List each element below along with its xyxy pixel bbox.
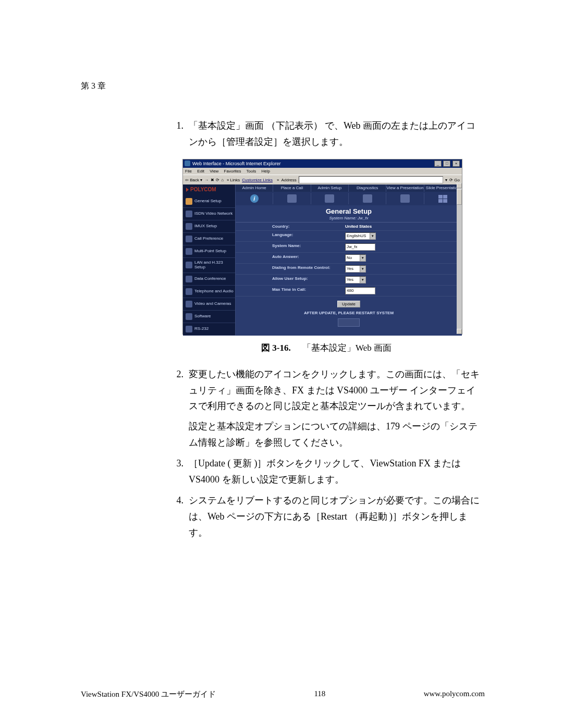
bottom-control: [236, 318, 462, 328]
step-number: 1.: [168, 118, 189, 150]
sidebar-item-multipoint[interactable]: Multi-Point Setup: [183, 245, 235, 258]
scrollbar-thumb[interactable]: [457, 189, 462, 205]
sidebar-item-label: Call Preference: [194, 237, 223, 241]
sidebar-item-general-setup[interactable]: General Setup: [183, 195, 235, 208]
nav-place-call[interactable]: Place a Call: [273, 184, 311, 192]
row-max-time: Max Time in Call: 480: [236, 286, 462, 297]
select-auto-answer[interactable]: No: [345, 254, 366, 262]
sidebar-item-video-cameras[interactable]: Video and Cameras: [183, 298, 235, 311]
close-icon[interactable]: ×: [452, 161, 460, 167]
nav-admin-setup[interactable]: Admin Setup: [311, 184, 349, 192]
step-sub-text: 設定と基本設定オプションについての詳細は、179 ページの「システム情報と診断」…: [189, 418, 485, 450]
step-main-text: 変更したい機能のアイコンをクリックします。この画面には、「セキュリティ」画面を除…: [189, 369, 480, 411]
customize-link[interactable]: Customize Links: [242, 178, 273, 182]
sidebar-item-isdn[interactable]: ISDN Video Network: [183, 208, 235, 220]
nav-view-presentation[interactable]: View a Presentation: [386, 184, 424, 192]
sidebar-item-label: LAN and H.323 Setup: [194, 261, 234, 270]
imux-icon: [186, 223, 192, 230]
serial-icon: [186, 326, 192, 332]
home-icon[interactable]: ⌂: [221, 178, 224, 182]
go-button[interactable]: ⟳ Go: [449, 178, 460, 182]
label-system-name: System Name:: [272, 243, 345, 251]
label-max-time: Max Time in Call:: [272, 287, 345, 294]
update-button[interactable]: Update: [337, 301, 360, 307]
instruction-list-continued: 2. 変更したい機能のアイコンをクリックします。この画面には、「セキュリティ」画…: [168, 366, 485, 540]
nav-admin-home-icon[interactable]: i: [236, 193, 273, 204]
vertical-scrollbar[interactable]: [457, 183, 462, 334]
sidebar-item-rs232[interactable]: RS-232: [183, 323, 235, 336]
menu-help[interactable]: Help: [262, 169, 270, 174]
nav-view-presentation-icon[interactable]: [386, 193, 424, 204]
sidebar-item-label: Telephone and Audio: [194, 289, 234, 294]
sidebar-item-software[interactable]: Software: [183, 311, 235, 323]
menu-file[interactable]: File: [185, 169, 192, 174]
camera-icon: [186, 301, 192, 307]
app-body: POLYCOM General Setup ISDN Video Network…: [183, 184, 462, 336]
info-icon: i: [250, 194, 259, 203]
address-dropdown-icon[interactable]: ▾: [445, 178, 447, 182]
step-3: 3. ［Update ( 更新 )］ボタンをクリックして、ViewStation…: [168, 455, 485, 487]
row-auto-answer: Auto Answer: No: [236, 253, 462, 264]
sidebar-item-telephone-audio[interactable]: Telephone and Audio: [183, 286, 235, 298]
window-title: Web Interface - Microsoft Internet Explo…: [192, 161, 280, 166]
row-system-name: System Name: Jw_fx: [236, 242, 462, 253]
select-allow-user-setup[interactable]: Yes: [345, 276, 366, 283]
refresh-icon[interactable]: ⟳: [216, 178, 219, 182]
menu-bar: File Edit View Favorites Tools Help: [183, 168, 462, 175]
input-system-name[interactable]: Jw_fx: [345, 243, 375, 251]
nav-admin-setup-icon[interactable]: [311, 193, 349, 204]
network-icon: [186, 211, 192, 217]
top-nav: Admin Home Place a Call Admin Setup Diag…: [236, 184, 462, 192]
update-row: Update: [236, 297, 462, 310]
browser-window: Web Interface - Microsoft Internet Explo…: [182, 159, 462, 335]
select-dialing-remote[interactable]: Yes: [345, 265, 366, 273]
stop-icon[interactable]: ✖: [211, 178, 214, 182]
maximize-icon[interactable]: □: [443, 161, 450, 167]
brand-text: POLYCOM: [190, 187, 216, 192]
sidebar-item-label: General Setup: [194, 199, 222, 204]
sidebar: POLYCOM General Setup ISDN Video Network…: [183, 184, 236, 336]
step-2: 2. 変更したい機能のアイコンをクリックします。この画面には、「セキュリティ」画…: [168, 366, 485, 450]
step-number: 3.: [168, 455, 189, 487]
figure: Web Interface - Microsoft Internet Explo…: [81, 159, 485, 354]
window-titlebar: Web Interface - Microsoft Internet Explo…: [183, 159, 462, 168]
phone-icon: [186, 236, 192, 242]
nav-admin-home[interactable]: Admin Home: [236, 184, 273, 192]
address-input[interactable]: [299, 176, 443, 183]
forward-button[interactable]: →: [204, 178, 209, 182]
label-dialing-remote: Dialing from Remote Control:: [272, 265, 345, 273]
step-number: 4.: [168, 492, 189, 540]
input-max-time[interactable]: 480: [345, 287, 375, 294]
nav-diagnostics[interactable]: Diagnostics: [349, 184, 386, 192]
minimize-icon[interactable]: _: [434, 161, 442, 167]
footer-page-number: 118: [314, 689, 325, 699]
address-label: Address: [281, 178, 296, 182]
nav-diagnostics-icon[interactable]: [349, 193, 386, 204]
sidebar-item-call-preference[interactable]: Call Preference: [183, 233, 235, 245]
toolbox-icon: [325, 194, 334, 203]
projector-icon: [400, 194, 410, 203]
row-country: Country: United States: [236, 223, 462, 231]
label-allow-user-setup: Allow User Setup:: [272, 276, 345, 283]
menu-tools[interactable]: Tools: [247, 169, 256, 174]
sidebar-item-data-conference[interactable]: Data Conference: [183, 273, 235, 286]
nav-place-call-icon[interactable]: [273, 193, 311, 204]
people-icon: [287, 194, 297, 203]
logo-icon: [186, 188, 189, 192]
stethoscope-icon: [363, 194, 372, 203]
document-page: 第 3 章 1. 「基本設定」画面 （下記表示） で、Web 画面の左または上の…: [0, 0, 563, 728]
nav-panel-icon[interactable]: [338, 318, 360, 327]
back-button[interactable]: ⇦ Back ▾: [185, 178, 202, 182]
menu-favorites[interactable]: Favorites: [224, 169, 241, 174]
label-country: Country:: [272, 224, 345, 229]
content-title: General Setup: [236, 205, 462, 216]
instruction-list: 1. 「基本設定」画面 （下記表示） で、Web 画面の左または上のアイコンから…: [168, 118, 485, 150]
sidebar-item-imux[interactable]: IMUX Setup: [183, 220, 235, 233]
label-language: Language:: [272, 232, 345, 240]
menu-view[interactable]: View: [210, 169, 218, 174]
menu-edit[interactable]: Edit: [197, 169, 204, 174]
sidebar-item-lan-h323[interactable]: LAN and H.323 Setup: [183, 258, 235, 273]
sidebar-item-label: Software: [194, 314, 211, 319]
select-language[interactable]: EnglishUS: [345, 232, 376, 240]
links-label: Links: [230, 178, 240, 182]
